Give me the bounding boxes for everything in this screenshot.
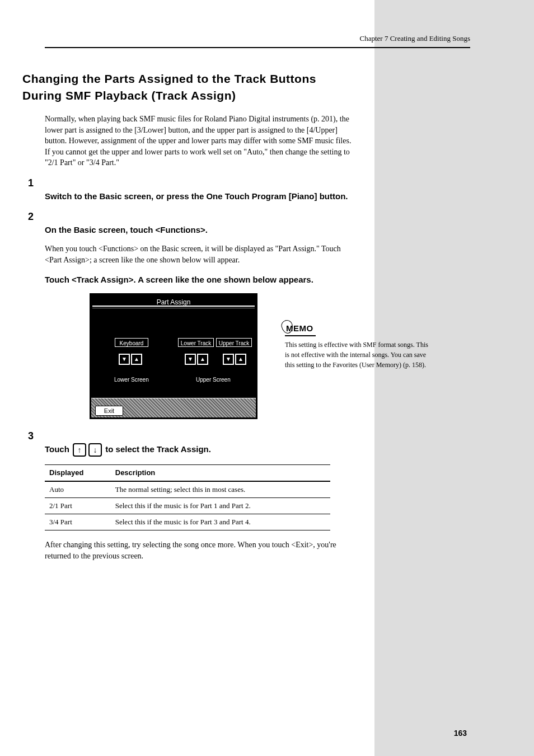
table-header-displayed: Displayed (45, 464, 111, 481)
table-cell: Select this if the music is for Part 1 a… (111, 498, 330, 514)
step-number: 3 (28, 429, 45, 443)
after-table-text: After changing this setting, try selecti… (45, 539, 358, 561)
lcd-lower-screen-label: Lower Screen (114, 376, 149, 384)
lcd-arrows-keyboard: ▼ ▲ (119, 354, 142, 365)
up-arrow-icon: ↑ (73, 443, 86, 457)
intro-paragraph: Normally, when playing back SMF music fi… (45, 114, 358, 168)
lcd-upper-track-box[interactable]: Upper Track (216, 338, 252, 347)
table-cell: Select this if the music is for Part 3 a… (111, 514, 330, 530)
step-text: On the Basic screen, touch <Functions>. (45, 224, 357, 236)
lcd-lower-track-box[interactable]: Lower Track (178, 338, 214, 347)
step-1: 1 Switch to the Basic screen, or press t… (45, 176, 358, 202)
page-number: 163 (454, 728, 467, 739)
exit-button[interactable]: Exit (95, 406, 123, 416)
sidebar-tab-area (374, 0, 534, 756)
lcd-upper-screen-label: Upper Screen (196, 376, 231, 384)
step-2: 2 On the Basic screen, touch <Functions>… (45, 210, 358, 236)
up-arrow-icon[interactable]: ▲ (197, 354, 208, 365)
table-cell: The normal setting; select this in most … (111, 481, 330, 498)
table-cell: 3/4 Part (45, 514, 111, 530)
step2-note: When you touch <Functions> on the Basic … (45, 243, 358, 265)
step-text: Touch <Track Assign>. A screen like the … (45, 274, 357, 285)
step-number: 2 (28, 210, 45, 224)
step3-tail-text: to select the Track Assign. (103, 444, 211, 454)
down-arrow-icon[interactable]: ▼ (223, 354, 234, 365)
step-text: Touch ↑↓ to select the Track Assign. (45, 443, 357, 457)
lcd-arrows-upper: ▼ ▲ (223, 354, 246, 365)
page-content: Chapter 7 Creating and Editing Songs Cha… (0, 0, 375, 570)
down-arrow-icon[interactable]: ▼ (185, 354, 196, 365)
up-arrow-icon[interactable]: ▲ (235, 354, 246, 365)
table-row: 2/1 Part Select this if the music is for… (45, 498, 330, 514)
lcd-title: Part Assign (92, 298, 255, 307)
memo-text: This setting is effective with SMF forma… (285, 340, 430, 370)
up-arrow-icon[interactable]: ▲ (131, 354, 142, 365)
table-row: 3/4 Part Select this if the music is for… (45, 514, 330, 530)
memo-icon: MEMO (285, 322, 316, 336)
step3-lead-text: Touch (45, 444, 72, 454)
lcd-keyboard-box[interactable]: Keyboard (115, 338, 148, 347)
chapter-header: Chapter 7 Creating and Editing Songs (45, 34, 470, 44)
section-title: Changing the Parts Assigned to the Track… (22, 71, 358, 104)
lcd-screenshot: Part Assign Keyboard Lower Track Upper T… (90, 293, 257, 419)
step-number: 1 (28, 176, 45, 190)
table-cell: Auto (45, 481, 111, 498)
table-row: Auto The normal setting; select this in … (45, 481, 330, 498)
step-2b: Touch <Track Assign>. A screen like the … (45, 274, 358, 285)
table-header-description: Description (111, 464, 330, 481)
table-cell: 2/1 Part (45, 498, 111, 514)
lcd-arrows-lower: ▼ ▲ (185, 354, 208, 365)
down-arrow-icon: ↓ (88, 443, 102, 457)
down-arrow-icon[interactable]: ▼ (119, 354, 130, 365)
track-assign-table: Displayed Description Auto The normal se… (45, 464, 330, 531)
step-3: 3 Touch ↑↓ to select the Track Assign. (45, 429, 358, 457)
step-text: Switch to the Basic screen, or press the… (45, 190, 357, 202)
memo-note: MEMO This setting is effective with SMF … (285, 322, 430, 370)
header-divider (45, 47, 470, 48)
